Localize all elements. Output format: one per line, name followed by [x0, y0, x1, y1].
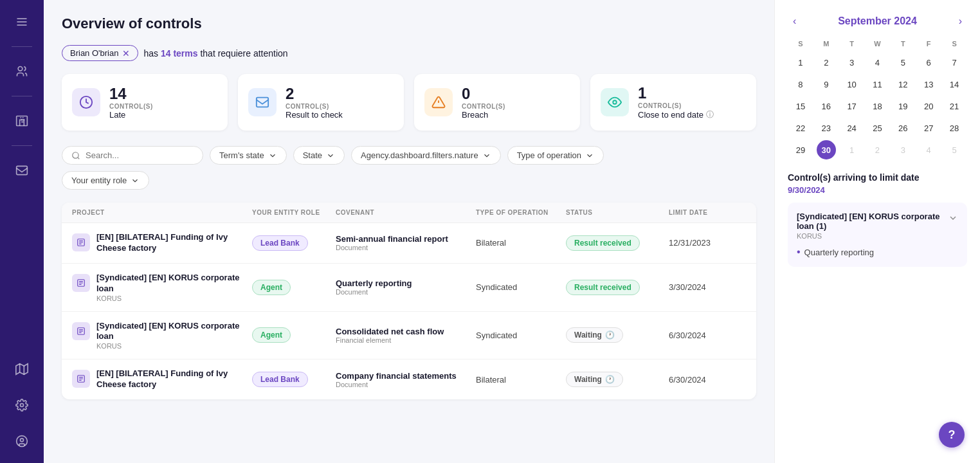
search-input[interactable]: [86, 150, 194, 160]
mail-icon[interactable]: [10, 159, 33, 182]
svg-point-11: [21, 439, 24, 442]
cal-day[interactable]: 27: [919, 118, 938, 138]
table-row[interactable]: [Syndicated] [EN] KORUS corporate loan K…: [62, 264, 756, 312]
svg-marker-6: [16, 364, 28, 375]
cal-week-5: 29 30 1 2 3 4 5: [788, 140, 967, 159]
table-row[interactable]: [EN] [BILATERAL] Funding of Ivy Cheese f…: [62, 359, 756, 399]
role-badge-4: Lead Bank: [252, 372, 308, 387]
envelope-icon: [248, 88, 277, 116]
cal-day[interactable]: 21: [945, 96, 964, 116]
filters-row: Term's state State Agency.dashboard.filt…: [62, 146, 756, 165]
expand-icon[interactable]: [948, 213, 958, 223]
operation-filter[interactable]: Type of operation: [507, 146, 604, 165]
terms-state-filter[interactable]: Term's state: [210, 146, 287, 165]
calendar-month-label: September 2024: [838, 15, 917, 27]
arriving-card: [Syndicated] [EN] KORUS corporate loan (…: [788, 203, 967, 267]
cal-day[interactable]: 2: [867, 140, 887, 159]
cal-day[interactable]: 28: [945, 118, 964, 138]
col-operation: TYPE OF OPERATION: [476, 209, 566, 216]
cal-day[interactable]: 13: [919, 75, 938, 94]
user-circle-icon[interactable]: [10, 430, 33, 453]
cal-day[interactable]: 14: [945, 75, 964, 94]
limit-date-1: 12/31/2023: [669, 238, 746, 248]
cal-day[interactable]: 29: [791, 140, 810, 159]
user-tag-label: Brian O'brian: [70, 48, 118, 58]
table-row[interactable]: [Syndicated] [EN] KORUS corporate loan K…: [62, 312, 756, 360]
cal-day[interactable]: 24: [842, 118, 862, 138]
stat-card-late[interactable]: 14 CONTROL(S) Late: [62, 74, 228, 131]
arriving-title: Control(s) arriving to limit date: [788, 172, 967, 183]
role-cell-2: Agent: [252, 280, 336, 295]
role-cell-1: Lead Bank: [252, 235, 336, 251]
cal-day[interactable]: 3: [842, 53, 862, 72]
stat-card-breach[interactable]: 0 CONTROL(S) Breach: [414, 74, 580, 131]
cal-day[interactable]: 9: [817, 75, 836, 94]
cal-day[interactable]: 18: [867, 96, 887, 116]
project-icon-2: [72, 274, 90, 292]
table-row[interactable]: [EN] [BILATERAL] Funding of Ivy Cheese f…: [62, 223, 756, 264]
prev-month-button[interactable]: ‹: [788, 13, 801, 30]
map-icon[interactable]: [10, 358, 33, 381]
right-panel: ‹ September 2024 › S M T W T F S: [774, 0, 980, 463]
stat-number-result: 2: [286, 85, 343, 103]
cal-day[interactable]: 19: [893, 96, 912, 116]
cal-day-today[interactable]: 30: [817, 140, 836, 159]
project-cell-3: [Syndicated] [EN] KORUS corporate loan K…: [72, 321, 252, 350]
stat-sublabel-result: Result to check: [286, 110, 343, 120]
covenant-cell-1: Semi-annual financial report Document: [336, 234, 476, 251]
cal-day[interactable]: 12: [893, 75, 912, 94]
cal-day[interactable]: 5: [945, 140, 964, 159]
user-tag[interactable]: Brian O'brian ✕: [62, 45, 138, 61]
next-month-button[interactable]: ›: [954, 13, 967, 30]
col-status: STATUS: [566, 209, 669, 216]
search-box[interactable]: [62, 146, 203, 165]
entity-role-filter[interactable]: Your entity role: [62, 171, 149, 190]
stat-label-result: CONTROL(S): [286, 103, 343, 110]
state-filter[interactable]: State: [293, 146, 345, 165]
menu-icon[interactable]: [10, 10, 33, 33]
users-icon[interactable]: [10, 60, 33, 83]
stat-card-close[interactable]: 1 CONTROL(S) Close to end date ⓘ: [590, 74, 756, 131]
svg-line-18: [78, 157, 80, 159]
user-tag-close[interactable]: ✕: [122, 49, 130, 58]
cal-day[interactable]: 23: [817, 118, 836, 138]
project-cell-2: [Syndicated] [EN] KORUS corporate loan K…: [72, 273, 252, 302]
building-icon[interactable]: [10, 109, 33, 132]
cal-day[interactable]: 17: [842, 96, 862, 116]
cal-weeks: 1 2 3 4 5 6 7 8 9 10: [788, 53, 967, 159]
cal-day[interactable]: 1: [842, 140, 862, 159]
cal-day[interactable]: 26: [893, 118, 912, 138]
help-button[interactable]: ?: [939, 422, 965, 448]
calendar-header: ‹ September 2024 ›: [788, 13, 967, 30]
stats-row: 14 CONTROL(S) Late 2 CONTROL(S) Resul: [62, 74, 756, 131]
cal-day[interactable]: 3: [893, 140, 912, 159]
op-type-2: Syndicated: [476, 282, 566, 292]
settings-icon[interactable]: [10, 394, 33, 417]
info-icon[interactable]: ⓘ: [706, 109, 714, 120]
project-cell-1: [EN] [BILATERAL] Funding of Ivy Cheese f…: [72, 232, 252, 254]
cal-day[interactable]: 7: [945, 53, 964, 72]
project-name-2: [Syndicated] [EN] KORUS corporate loan: [96, 273, 252, 295]
cal-day[interactable]: 5: [893, 53, 912, 72]
cal-day[interactable]: 15: [791, 96, 810, 116]
project-cell-4: [EN] [BILATERAL] Funding of Ivy Cheese f…: [72, 368, 252, 390]
clock-small-icon: 🕐: [605, 331, 615, 340]
cal-day[interactable]: 4: [867, 53, 887, 72]
cal-day[interactable]: 20: [919, 96, 938, 116]
cal-day[interactable]: 25: [867, 118, 887, 138]
second-filters-row: Your entity role: [62, 171, 756, 190]
cal-day[interactable]: 10: [842, 75, 862, 94]
cal-day[interactable]: 11: [867, 75, 887, 94]
project-name-4: [EN] [BILATERAL] Funding of Ivy Cheese f…: [96, 368, 252, 390]
cal-day[interactable]: 22: [791, 118, 810, 138]
cal-day[interactable]: 4: [919, 140, 938, 159]
cal-day[interactable]: 16: [817, 96, 836, 116]
agency-filter[interactable]: Agency.dashboard.filters.nature: [351, 146, 501, 165]
cal-day[interactable]: 2: [817, 53, 836, 72]
cal-day[interactable]: 8: [791, 75, 810, 94]
stat-card-result[interactable]: 2 CONTROL(S) Result to check: [238, 74, 404, 131]
cal-day[interactable]: 1: [791, 53, 810, 72]
role-badge-2: Agent: [252, 280, 291, 295]
stat-number-late: 14: [109, 85, 153, 103]
cal-day[interactable]: 6: [919, 53, 938, 72]
